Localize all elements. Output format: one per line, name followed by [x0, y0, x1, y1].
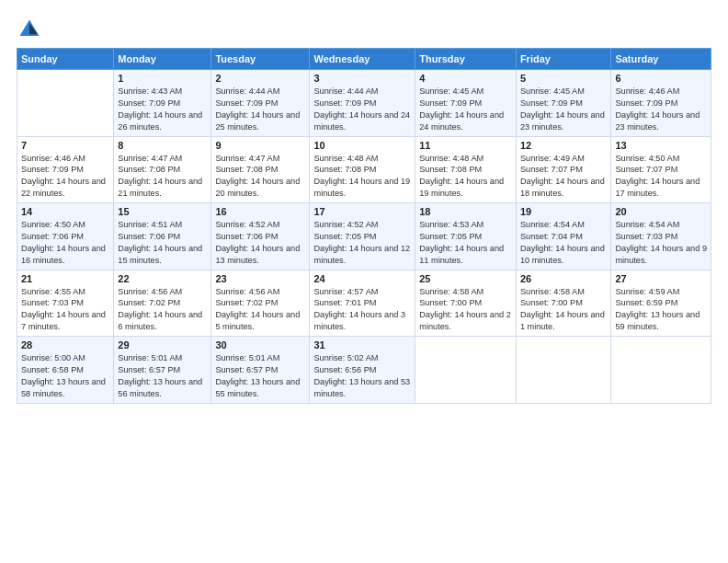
- day-cell: 29Sunrise: 5:01 AMSunset: 6:57 PMDayligh…: [114, 337, 211, 404]
- cell-details: Sunrise: 4:44 AMSunset: 7:09 PMDaylight:…: [215, 86, 305, 133]
- day-number: 11: [419, 140, 512, 151]
- cell-details: Sunrise: 4:54 AMSunset: 7:03 PMDaylight:…: [615, 219, 707, 267]
- day-number: 12: [520, 140, 608, 151]
- cell-details: Sunrise: 4:48 AMSunset: 7:08 PMDaylight:…: [419, 153, 512, 201]
- day-cell: 8Sunrise: 4:47 AMSunset: 7:08 PMDaylight…: [114, 136, 211, 203]
- cell-details: Sunrise: 4:50 AMSunset: 7:06 PMDaylight:…: [21, 219, 109, 267]
- cell-details: Sunrise: 4:45 AMSunset: 7:09 PMDaylight:…: [520, 86, 608, 133]
- cell-details: Sunrise: 4:45 AMSunset: 7:09 PMDaylight:…: [419, 86, 512, 133]
- day-cell: 10Sunrise: 4:48 AMSunset: 7:08 PMDayligh…: [310, 136, 415, 203]
- cell-details: Sunrise: 5:01 AMSunset: 6:57 PMDaylight:…: [215, 352, 305, 400]
- col-header-tuesday: Tuesday: [211, 49, 310, 70]
- day-number: 23: [215, 273, 305, 284]
- day-cell: 15Sunrise: 4:51 AMSunset: 7:06 PMDayligh…: [114, 203, 211, 270]
- week-row-1: 1Sunrise: 4:43 AMSunset: 7:09 PMDaylight…: [17, 70, 711, 137]
- day-number: 19: [520, 206, 608, 217]
- col-header-sunday: Sunday: [17, 49, 114, 70]
- day-number: 5: [520, 73, 608, 84]
- day-cell: 17Sunrise: 4:52 AMSunset: 7:05 PMDayligh…: [310, 203, 415, 270]
- day-number: 17: [313, 206, 411, 217]
- cell-details: Sunrise: 5:01 AMSunset: 6:57 PMDaylight:…: [118, 352, 207, 400]
- day-number: 18: [419, 206, 512, 217]
- cell-details: Sunrise: 4:47 AMSunset: 7:08 PMDaylight:…: [215, 153, 305, 201]
- day-cell: 20Sunrise: 4:54 AMSunset: 7:03 PMDayligh…: [611, 203, 711, 270]
- day-number: 8: [118, 140, 207, 151]
- day-cell: 23Sunrise: 4:56 AMSunset: 7:02 PMDayligh…: [211, 270, 310, 337]
- day-cell: 28Sunrise: 5:00 AMSunset: 6:58 PMDayligh…: [17, 337, 114, 404]
- day-cell: 12Sunrise: 4:49 AMSunset: 7:07 PMDayligh…: [516, 136, 611, 203]
- col-header-thursday: Thursday: [415, 49, 517, 70]
- day-number: 10: [313, 140, 411, 151]
- day-cell: 31Sunrise: 5:02 AMSunset: 6:56 PMDayligh…: [310, 337, 415, 404]
- day-cell: 14Sunrise: 4:50 AMSunset: 7:06 PMDayligh…: [17, 203, 114, 270]
- day-number: 29: [118, 339, 207, 350]
- cell-details: Sunrise: 4:58 AMSunset: 7:00 PMDaylight:…: [520, 286, 608, 334]
- cell-details: Sunrise: 4:53 AMSunset: 7:05 PMDaylight:…: [419, 219, 512, 267]
- day-number: 20: [615, 206, 707, 217]
- day-number: 15: [118, 206, 207, 217]
- day-cell: 22Sunrise: 4:56 AMSunset: 7:02 PMDayligh…: [114, 270, 211, 337]
- week-row-5: 28Sunrise: 5:00 AMSunset: 6:58 PMDayligh…: [17, 337, 711, 404]
- day-number: 25: [419, 273, 512, 284]
- day-number: 31: [313, 339, 411, 350]
- day-cell: 7Sunrise: 4:46 AMSunset: 7:09 PMDaylight…: [17, 136, 114, 203]
- day-cell: 3Sunrise: 4:44 AMSunset: 7:09 PMDaylight…: [310, 70, 415, 137]
- day-number: 3: [313, 73, 411, 84]
- day-number: 21: [21, 273, 109, 284]
- day-number: 27: [615, 273, 707, 284]
- cell-details: Sunrise: 5:02 AMSunset: 6:56 PMDaylight:…: [313, 352, 411, 400]
- day-number: 6: [615, 73, 707, 84]
- day-cell: 30Sunrise: 5:01 AMSunset: 6:57 PMDayligh…: [211, 337, 310, 404]
- header-row: SundayMondayTuesdayWednesdayThursdayFrid…: [17, 49, 711, 70]
- cell-details: Sunrise: 4:44 AMSunset: 7:09 PMDaylight:…: [313, 86, 411, 133]
- week-row-4: 21Sunrise: 4:55 AMSunset: 7:03 PMDayligh…: [17, 270, 711, 337]
- calendar-table: SundayMondayTuesdayWednesdayThursdayFrid…: [17, 48, 711, 404]
- day-cell: 13Sunrise: 4:50 AMSunset: 7:07 PMDayligh…: [611, 136, 711, 203]
- day-cell: 21Sunrise: 4:55 AMSunset: 7:03 PMDayligh…: [17, 270, 114, 337]
- header: [17, 17, 711, 42]
- cell-details: Sunrise: 4:54 AMSunset: 7:04 PMDaylight:…: [520, 219, 608, 267]
- day-cell: 2Sunrise: 4:44 AMSunset: 7:09 PMDaylight…: [211, 70, 310, 137]
- day-number: 28: [21, 339, 109, 350]
- cell-details: Sunrise: 4:51 AMSunset: 7:06 PMDaylight:…: [118, 219, 207, 267]
- cell-details: Sunrise: 4:47 AMSunset: 7:08 PMDaylight:…: [118, 153, 207, 201]
- day-cell: [17, 70, 114, 137]
- day-number: 13: [615, 140, 707, 151]
- cell-details: Sunrise: 4:46 AMSunset: 7:09 PMDaylight:…: [21, 153, 109, 201]
- day-cell: 18Sunrise: 4:53 AMSunset: 7:05 PMDayligh…: [415, 203, 517, 270]
- day-number: 14: [21, 206, 109, 217]
- cell-details: Sunrise: 4:52 AMSunset: 7:05 PMDaylight:…: [313, 219, 411, 267]
- day-number: 9: [215, 140, 305, 151]
- cell-details: Sunrise: 4:52 AMSunset: 7:06 PMDaylight:…: [215, 219, 305, 267]
- logo: [17, 17, 46, 42]
- cell-details: Sunrise: 4:56 AMSunset: 7:02 PMDaylight:…: [215, 286, 305, 334]
- day-cell: [611, 337, 711, 404]
- day-cell: [415, 337, 517, 404]
- cell-details: Sunrise: 4:50 AMSunset: 7:07 PMDaylight:…: [615, 153, 707, 201]
- day-number: 1: [118, 73, 207, 84]
- cell-details: Sunrise: 4:59 AMSunset: 6:59 PMDaylight:…: [615, 286, 707, 334]
- week-row-3: 14Sunrise: 4:50 AMSunset: 7:06 PMDayligh…: [17, 203, 711, 270]
- day-cell: 1Sunrise: 4:43 AMSunset: 7:09 PMDaylight…: [114, 70, 211, 137]
- day-number: 26: [520, 273, 608, 284]
- cell-details: Sunrise: 4:48 AMSunset: 7:08 PMDaylight:…: [313, 153, 411, 201]
- day-cell: 16Sunrise: 4:52 AMSunset: 7:06 PMDayligh…: [211, 203, 310, 270]
- cell-details: Sunrise: 4:58 AMSunset: 7:00 PMDaylight:…: [419, 286, 512, 334]
- day-number: 22: [118, 273, 207, 284]
- day-cell: [516, 337, 611, 404]
- day-cell: 4Sunrise: 4:45 AMSunset: 7:09 PMDaylight…: [415, 70, 517, 137]
- day-cell: 5Sunrise: 4:45 AMSunset: 7:09 PMDaylight…: [516, 70, 611, 137]
- day-number: 7: [21, 140, 109, 151]
- col-header-wednesday: Wednesday: [310, 49, 415, 70]
- day-cell: 11Sunrise: 4:48 AMSunset: 7:08 PMDayligh…: [415, 136, 517, 203]
- col-header-saturday: Saturday: [611, 49, 711, 70]
- day-number: 2: [215, 73, 305, 84]
- cell-details: Sunrise: 5:00 AMSunset: 6:58 PMDaylight:…: [21, 352, 109, 400]
- day-cell: 24Sunrise: 4:57 AMSunset: 7:01 PMDayligh…: [310, 270, 415, 337]
- cell-details: Sunrise: 4:43 AMSunset: 7:09 PMDaylight:…: [118, 86, 207, 133]
- day-cell: 19Sunrise: 4:54 AMSunset: 7:04 PMDayligh…: [516, 203, 611, 270]
- day-number: 4: [419, 73, 512, 84]
- day-cell: 9Sunrise: 4:47 AMSunset: 7:08 PMDaylight…: [211, 136, 310, 203]
- day-number: 30: [215, 339, 305, 350]
- week-row-2: 7Sunrise: 4:46 AMSunset: 7:09 PMDaylight…: [17, 136, 711, 203]
